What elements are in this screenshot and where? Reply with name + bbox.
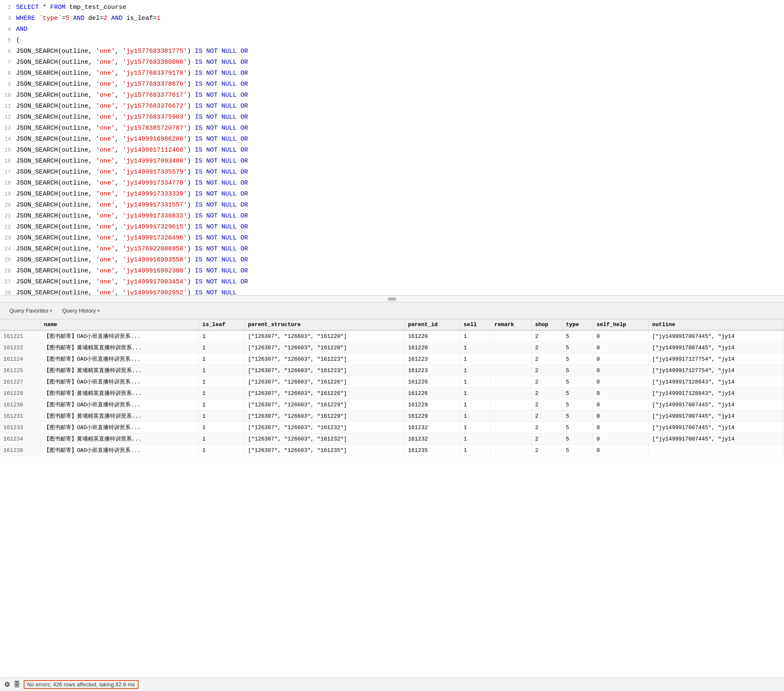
sql-editor[interactable]: 2SELECT * FROM tmp_test_course3WHERE `ty… xyxy=(0,0,784,296)
table-cell xyxy=(491,445,531,456)
table-cell: 【图书邮寄】OAO小班直播特训营系... xyxy=(41,399,199,411)
table-cell: 0 xyxy=(593,399,649,411)
table-cell: 1 xyxy=(199,411,244,422)
line-content: JSON_SEARCH(outline, 'one', 'jy157838572… xyxy=(16,125,784,132)
table-cell: 5 xyxy=(562,365,593,376)
table-row[interactable]: 161224【图书邮寄】OAO小班直播特训营系...1["126307", "1… xyxy=(0,354,784,365)
table-cell: 2 xyxy=(531,399,562,411)
table-cell xyxy=(491,388,531,399)
column-header: parent_id xyxy=(404,319,460,330)
table-cell xyxy=(491,422,531,433)
editor-line: 6JSON_SEARCH(outline, 'one', 'jy15776833… xyxy=(0,47,784,58)
table-cell: 1 xyxy=(460,422,491,433)
table-cell: ["126307", "126603", "161223"] xyxy=(245,354,405,365)
table-row[interactable]: 161233【图书邮寄】OAO小班直播特训营系...1["126307", "1… xyxy=(0,422,784,433)
table-cell: 0 xyxy=(593,365,649,376)
table-cell: ["126307", "126603", "161226"] xyxy=(245,376,405,388)
table-cell: 5 xyxy=(562,354,593,365)
table-cell: 【图书邮寄】黄埔精英直播特训营系... xyxy=(41,342,199,354)
table-row[interactable]: 161225【图书邮寄】黄埔精英直播特训营系...1["126307", "12… xyxy=(0,365,784,376)
line-number: 3 xyxy=(0,15,16,22)
table-cell: 1 xyxy=(199,399,244,411)
table-cell: 161234 xyxy=(0,433,41,445)
column-header: self_help xyxy=(593,319,649,330)
table-cell: 161225 xyxy=(0,365,41,376)
line-number: 2 xyxy=(0,4,16,11)
table-cell: 2 xyxy=(531,422,562,433)
table-cell: ["126307", "126603", "161235"] xyxy=(245,445,405,456)
table-row[interactable]: 161236【图书邮寄】OAO小班直播特训营系...1["126307", "1… xyxy=(0,445,784,456)
editor-line: 22JSON_SEARCH(outline, 'one', 'jy1499917… xyxy=(0,223,784,234)
query-history-button[interactable]: Query History ▾ xyxy=(58,306,103,316)
table-cell: 0 xyxy=(593,411,649,422)
line-content: WHERE `type`=5 AND del=2 AND is_leaf=1 xyxy=(16,15,784,22)
line-number: 18 xyxy=(0,180,16,186)
table-cell: 161220 xyxy=(404,330,460,342)
line-content: JSON_SEARCH(outline, 'one', 'jy149991732… xyxy=(16,234,784,242)
line-content: JSON_SEARCH(outline, 'one', 'jy149991733… xyxy=(16,201,784,209)
query-favorites-button[interactable]: Query Favorites ▾ xyxy=(5,306,56,316)
table-cell: 1 xyxy=(460,445,491,456)
table-cell: ["jy1499917007445", "jy14 xyxy=(648,411,784,422)
table-cell: ["126307", "126603", "161226"] xyxy=(245,388,405,399)
table-row[interactable]: 161222【图书邮寄】黄埔精英直播特训营系...1["126307", "12… xyxy=(0,342,784,354)
editor-line: 10JSON_SEARCH(outline, 'one', 'jy1577683… xyxy=(0,91,784,102)
table-cell: 161233 xyxy=(0,422,41,433)
editor-line: 18JSON_SEARCH(outline, 'one', 'jy1499917… xyxy=(0,179,784,190)
editor-line: 11JSON_SEARCH(outline, 'one', 'jy1577683… xyxy=(0,102,784,113)
table-cell xyxy=(491,376,531,388)
line-content: JSON_SEARCH(outline, 'one', 'jy157768337… xyxy=(16,92,784,99)
table-cell: ["jy1499917127754", "jy14 xyxy=(648,354,784,365)
table-cell: 5 xyxy=(562,411,593,422)
line-number: 16 xyxy=(0,158,16,164)
line-number: 19 xyxy=(0,191,16,197)
table-cell: 1 xyxy=(199,445,244,456)
editor-line: 24JSON_SEARCH(outline, 'one', 'jy1576922… xyxy=(0,245,784,256)
table-cell: 1 xyxy=(199,342,244,354)
line-number: 21 xyxy=(0,213,16,219)
editor-line: 7JSON_SEARCH(outline, 'one', 'jy15776833… xyxy=(0,58,784,69)
line-number: 9 xyxy=(0,81,16,87)
table-row[interactable]: 161230【图书邮寄】OAO小班直播特训营系...1["126307", "1… xyxy=(0,399,784,411)
table-cell: 【图书邮寄】OAO小班直播特训营系... xyxy=(41,422,199,433)
table-cell: 1 xyxy=(460,399,491,411)
table-cell: 2 xyxy=(531,388,562,399)
table-row[interactable]: 161221【图书邮寄】OAO小班直播特训营系...1["126307", "1… xyxy=(0,330,784,342)
table-cell: 1 xyxy=(460,354,491,365)
db-icon: 🗄 xyxy=(14,681,20,688)
line-number: 28 xyxy=(0,290,16,296)
table-cell xyxy=(491,399,531,411)
table-cell: 161227 xyxy=(0,376,41,388)
horizontal-scrollbar[interactable] xyxy=(0,296,784,302)
table-row[interactable]: 161227【图书邮寄】OAO小班直播特训营系...1["126307", "1… xyxy=(0,376,784,388)
table-cell xyxy=(491,433,531,445)
line-content: JSON_SEARCH(outline, 'one', 'jy149991709… xyxy=(16,158,784,165)
chevron-down-icon: ▾ xyxy=(50,308,52,313)
table-cell: 1 xyxy=(199,376,244,388)
table-cell: 2 xyxy=(531,376,562,388)
table-cell xyxy=(491,330,531,342)
table-cell: 161232 xyxy=(404,422,460,433)
table-row[interactable]: 161234【图书邮寄】黄埔精英直播特训营系...1["126307", "12… xyxy=(0,433,784,445)
line-number: 7 xyxy=(0,59,16,65)
table-cell: 1 xyxy=(199,388,244,399)
column-header: sell xyxy=(460,319,491,330)
table-cell: 1 xyxy=(460,330,491,342)
table-cell: 5 xyxy=(562,433,593,445)
table-cell: ["jy1499917127754", "jy14 xyxy=(648,365,784,376)
line-content: JSON_SEARCH(outline, 'one', 'jy157768337… xyxy=(16,103,784,110)
results-area[interactable]: nameis_leafparent_structureparent_idsell… xyxy=(0,319,784,677)
line-number: 24 xyxy=(0,246,16,252)
table-cell: 1 xyxy=(460,388,491,399)
editor-line: 21JSON_SEARCH(outline, 'one', 'jy1499917… xyxy=(0,212,784,223)
scroll-thumb[interactable] xyxy=(388,297,396,301)
table-cell: 1 xyxy=(460,342,491,354)
line-number: 12 xyxy=(0,114,16,120)
table-row[interactable]: 161231【图书邮寄】黄埔精英直播特训营系...1["126307", "12… xyxy=(0,411,784,422)
table-cell: 1 xyxy=(199,422,244,433)
table-row[interactable]: 161228【图书邮寄】黄埔精英直播特训营系...1["126307", "12… xyxy=(0,388,784,399)
line-content: JSON_SEARCH(outline, 'one', 'jy149991698… xyxy=(16,136,784,143)
table-cell: ["126307", "126603", "161220"] xyxy=(245,342,405,354)
table-cell: 1 xyxy=(460,433,491,445)
table-cell: 161230 xyxy=(0,399,41,411)
